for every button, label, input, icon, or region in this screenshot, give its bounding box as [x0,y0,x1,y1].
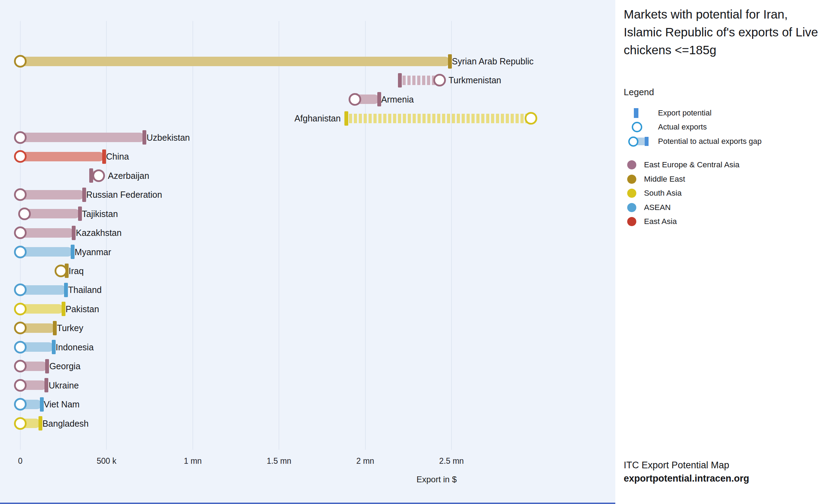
actual-exports-circle[interactable] [14,341,27,354]
actual-exports-circle[interactable] [14,150,27,163]
export-potential-cap[interactable] [344,111,348,126]
actual-exports-circle[interactable] [14,303,27,315]
region-label: South Asia [644,189,682,198]
gap-bar[interactable] [20,304,63,314]
gap-cap-swatch [645,137,649,146]
actual-exports-circle[interactable] [14,226,27,239]
export-potential-swatch [634,108,638,118]
actual-exports-circle[interactable] [92,169,105,182]
legend-item-actual-exports: Actual exports [628,121,707,133]
export-potential-cap[interactable] [398,73,402,88]
legend-heading: Legend [624,87,654,98]
market-label: Indonesia [56,342,93,352]
gap-bar[interactable] [20,228,74,238]
export-potential-cap[interactable] [38,416,42,430]
market-label: Bangladesh [42,418,89,428]
axis-tick-label: 1 mn [184,456,202,466]
market-label: Syrian Arab Republic [452,56,533,66]
footer-url: exportpotential.intracen.org [624,473,749,484]
gap-bar[interactable] [20,152,104,161]
actual-exports-circle[interactable] [14,379,27,392]
gap-bar[interactable] [20,247,72,257]
market-label: Viet Nam [44,399,79,410]
axis-tick-label: 0 [18,456,23,466]
legend-region-item: East Asia [627,216,677,227]
region-label: East Asia [644,217,677,226]
export-potential-cap[interactable] [40,397,44,412]
market-label: Kazakhstan [76,228,122,238]
gap-bar[interactable] [349,114,531,123]
gap-bar[interactable] [20,285,66,295]
actual-exports-circle[interactable] [14,55,27,68]
gap-composite-icon [628,136,650,146]
gridline [192,21,193,450]
export-potential-cap[interactable] [44,378,48,392]
export-potential-cap[interactable] [82,188,86,202]
gridline [279,21,279,450]
gridline [365,21,366,450]
region-color-dot [627,217,636,226]
region-label: East Europe & Central Asia [644,160,740,169]
market-label: Georgia [49,361,80,371]
market-label: Armenia [381,94,414,104]
legend-region-item: ASEAN [627,202,671,213]
region-color-dot [627,203,636,212]
export-potential-cap[interactable] [448,54,452,69]
actual-exports-circle[interactable] [433,74,446,86]
export-potential-icon [628,108,658,118]
legend-item-export-potential: Export potential [628,107,712,119]
legend-panel: Markets with potential for Iran, Islamic… [615,0,826,504]
export-potential-cap[interactable] [52,340,56,354]
export-potential-cap[interactable] [71,245,75,259]
axis-tick-label: 2 mn [356,456,374,466]
export-potential-cap[interactable] [53,321,57,335]
market-label: China [106,152,129,162]
actual-exports-circle[interactable] [14,417,27,430]
export-potential-cap[interactable] [102,149,106,164]
actual-exports-circle[interactable] [14,360,27,372]
legend-item-gap: Potential to actual exports gap [628,135,762,147]
legend-region-item: South Asia [627,188,682,199]
export-potential-cap[interactable] [142,130,146,145]
region-label: ASEAN [644,203,671,212]
bottom-edge-strip [0,503,615,504]
actual-exports-circle[interactable] [14,131,27,144]
region-color-dot [627,160,636,169]
market-label: Ukraine [49,380,79,390]
region-color-dot [627,189,636,198]
region-color-dot [627,175,636,184]
actual-exports-icon [628,122,658,132]
export-potential-cap[interactable] [45,359,49,373]
potential-to-actual-gap-icon [628,136,658,146]
legend-item-label: Export potential [658,108,712,118]
gap-bar[interactable] [20,57,450,66]
export-potential-cap[interactable] [377,92,381,106]
market-label: Myanmar [75,247,111,257]
actual-exports-circle[interactable] [55,265,67,277]
actual-exports-circle[interactable] [18,208,31,220]
page-title: Markets with potential for Iran, Islamic… [624,6,820,59]
market-label: Russian Federation [86,190,162,200]
export-potential-cap[interactable] [62,302,65,316]
export-potential-cap[interactable] [78,206,82,221]
market-label: Turkey [57,323,83,333]
axis-tick-label: 2.5 mn [439,456,464,466]
chart-panel: 0500 k1 mn1.5 mn2 mn2.5 mn Syrian Arab R… [0,0,615,504]
actual-exports-circle[interactable] [525,112,537,125]
market-label: Pakistan [65,304,99,314]
actual-exports-circle [632,122,642,132]
legend-region-item: Middle East [627,174,685,185]
export-potential-cap[interactable] [72,226,76,240]
actual-exports-circle[interactable] [14,188,27,201]
legend-region-item: East Europe & Central Asia [627,159,740,170]
export-potential-cap[interactable] [64,283,68,297]
actual-exports-circle[interactable] [14,398,27,411]
actual-exports-circle[interactable] [349,93,361,106]
gap-bar[interactable] [24,209,80,218]
gap-bar[interactable] [20,190,84,200]
footer-app-name: ITC Export Potential Map [624,460,729,471]
actual-exports-circle[interactable] [14,246,27,258]
region-label: Middle East [644,175,685,184]
gap-bar[interactable] [20,133,145,142]
legend-item-label: Actual exports [658,122,707,132]
